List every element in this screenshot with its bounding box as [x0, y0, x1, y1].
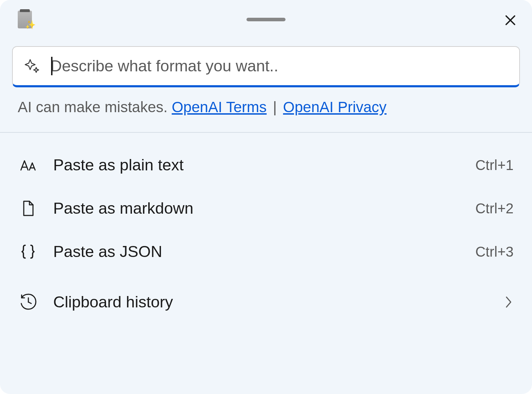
prompt-input[interactable]: Describe what format you want..: [50, 57, 509, 75]
drag-handle[interactable]: [246, 18, 286, 21]
prompt-placeholder: Describe what format you want..: [50, 57, 278, 75]
options-list: Paste as plain text Ctrl+1 Paste as mark…: [0, 133, 532, 394]
option-label: Clipboard history: [53, 293, 488, 311]
prompt-input-box[interactable]: Describe what format you want..: [12, 46, 520, 87]
close-button[interactable]: [503, 13, 518, 28]
openai-privacy-link[interactable]: OpenAI Privacy: [283, 99, 387, 115]
option-shortcut: Ctrl+1: [475, 157, 514, 173]
option-paste-markdown[interactable]: Paste as markdown Ctrl+2: [0, 187, 532, 230]
titlebar: ✨: [0, 0, 532, 32]
prompt-input-container: Describe what format you want..: [12, 46, 520, 87]
chevron-right-icon: [504, 294, 514, 310]
option-label: Paste as markdown: [53, 199, 460, 218]
text-cursor: [51, 57, 52, 75]
option-label: Paste as plain text: [53, 156, 460, 174]
braces-icon: [18, 242, 38, 261]
text-size-icon: [18, 155, 38, 175]
close-icon: [504, 14, 517, 27]
option-shortcut: Ctrl+2: [475, 201, 514, 217]
document-icon: [18, 199, 38, 218]
option-label: Paste as JSON: [53, 242, 460, 261]
svg-line-5: [28, 302, 31, 303]
separator: |: [269, 99, 281, 115]
option-paste-plain-text[interactable]: Paste as plain text Ctrl+1: [0, 143, 532, 187]
option-shortcut: Ctrl+3: [475, 244, 514, 260]
advanced-paste-panel: ✨ Describe what format you want.. A: [0, 0, 532, 394]
sparkle-icon: [23, 58, 40, 75]
disclaimer-text: AI can make mistakes.: [18, 99, 172, 115]
history-icon: [18, 292, 38, 312]
option-paste-json[interactable]: Paste as JSON Ctrl+3: [0, 230, 532, 273]
disclaimer: AI can make mistakes. OpenAI Terms | Ope…: [0, 87, 532, 132]
option-clipboard-history[interactable]: Clipboard history: [0, 280, 532, 319]
app-icon: ✨: [18, 11, 34, 28]
openai-terms-link[interactable]: OpenAI Terms: [172, 99, 267, 115]
